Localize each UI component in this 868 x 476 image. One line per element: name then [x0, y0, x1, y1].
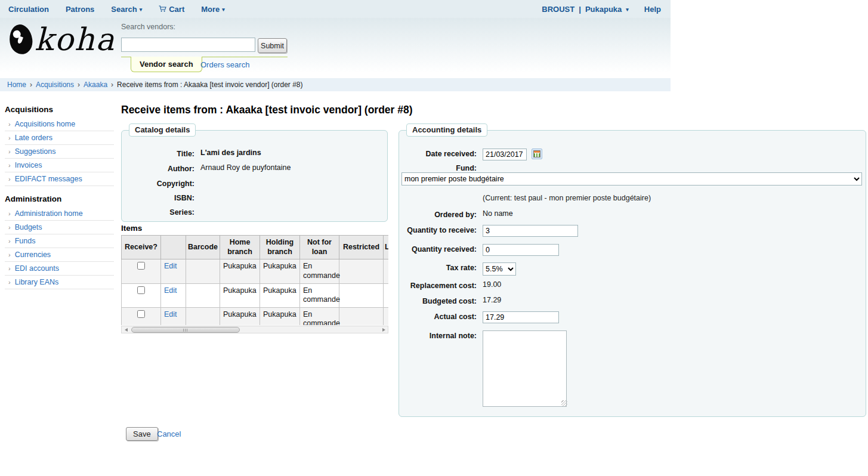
nav-circulation[interactable]: Circulation	[8, 5, 49, 14]
sidebar-link: Library EANs	[15, 278, 59, 286]
arrow-right-icon: ›	[8, 265, 11, 272]
breadcrumb-separator-icon: ›	[30, 81, 32, 89]
tab-orders-search[interactable]: Orders search	[200, 60, 249, 69]
not-for-loan-cell: En commande	[300, 283, 339, 307]
internal-note-label: Internal note:	[399, 330, 477, 340]
accounting-details-fieldset: Accounting details Date received: Fund: …	[399, 130, 866, 417]
items-section-heading: Items	[121, 224, 142, 233]
sidebar-link: Suggestions	[15, 147, 56, 156]
edit-item-link[interactable]: Edit	[164, 262, 177, 270]
arrow-right-icon: ›	[8, 210, 11, 217]
budgeted-cost-label: Budgeted cost:	[399, 296, 477, 305]
holding-branch-cell: Pukapuka	[260, 283, 300, 307]
barcode-cell	[186, 283, 220, 307]
col-location: L	[384, 236, 389, 259]
save-button[interactable]: Save	[126, 427, 158, 441]
sidebar-heading-acquisitions: Acquisitions	[5, 105, 114, 114]
fund-current-spacer	[399, 194, 477, 195]
catalog-details-fieldset: Catalog details Title:L'ami des jardins …	[121, 130, 388, 222]
cancel-link[interactable]: Cancel	[157, 429, 181, 438]
top-nav-right: BROUST | Pukapuka ▾ Help	[542, 5, 661, 14]
quantity-to-receive-input[interactable]	[483, 225, 578, 237]
col-not-for-loan: Not for loan	[300, 236, 339, 259]
nav-patrons[interactable]: Patrons	[66, 5, 94, 14]
breadcrumb-acquisitions[interactable]: Acquisitions	[36, 81, 74, 89]
fund-select[interactable]: mon premier poste budgétaire	[401, 172, 862, 186]
receive-checkbox[interactable]	[137, 310, 145, 318]
scrollbar-thumb[interactable]	[131, 327, 240, 333]
breadcrumb-home[interactable]: Home	[7, 81, 26, 89]
sidebar-item-funds[interactable]: ›Funds	[5, 234, 114, 248]
scroll-right-arrow-icon[interactable]	[379, 326, 388, 333]
restricted-cell	[339, 259, 384, 283]
breadcrumb-separator-icon: ›	[111, 81, 113, 89]
textarea-resize-grip-icon[interactable]	[561, 400, 567, 406]
quantity-received-input[interactable]	[483, 244, 559, 256]
submit-button[interactable]: Submit	[258, 38, 287, 53]
tab-vendor-search[interactable]: Vendor search	[131, 57, 202, 72]
edit-item-link[interactable]: Edit	[164, 310, 177, 319]
sidebar-link: EDIFACT messages	[15, 175, 82, 183]
horizontal-scrollbar[interactable]	[121, 326, 388, 333]
sidebar-item-edi-accounts[interactable]: ›EDI accounts	[5, 262, 114, 276]
page-title: Receive items from : Akaaka [test invoic…	[121, 104, 413, 116]
sidebar-item-acquisitions-home[interactable]: ›Acquisitions home	[5, 118, 114, 131]
location-cell	[384, 283, 389, 307]
sidebar-item-late-orders[interactable]: ›Late orders	[5, 131, 114, 145]
breadcrumb-current: Receive items from : Akaaka [test invoic…	[117, 81, 302, 89]
nav-cart[interactable]: Cart	[159, 5, 184, 14]
fund-current-note: (Current: test paul - mon premier poste …	[483, 194, 651, 202]
receive-checkbox[interactable]	[137, 286, 145, 294]
sidebar: Acquisitions ›Acquisitions home ›Late or…	[5, 103, 114, 289]
internal-note-textarea[interactable]	[483, 330, 567, 407]
search-vendors-label: Search vendors:	[121, 23, 175, 31]
tax-rate-select[interactable]: 5.5%	[483, 262, 516, 276]
nav-more-menu[interactable]: More▾	[201, 5, 225, 14]
date-received-label: Date received:	[399, 149, 477, 158]
calendar-icon[interactable]	[532, 149, 542, 159]
nav-search-menu[interactable]: Search▾	[111, 5, 142, 14]
breadcrumb: Home › Acquisitions › Akaaka › Receive i…	[0, 78, 671, 91]
quantity-to-receive-label: Quantity to receive:	[399, 225, 477, 234]
koha-logo-text: koha	[35, 24, 115, 55]
koha-logo[interactable]: koha	[10, 24, 115, 55]
tax-rate-label: Tax rate:	[399, 262, 477, 272]
replacement-cost-label: Replacement cost:	[399, 280, 477, 290]
sidebar-item-library-eans[interactable]: ›Library EANs	[5, 276, 114, 289]
logged-in-user[interactable]: BROUST | Pukapuka ▾	[542, 5, 628, 14]
date-received-input[interactable]	[483, 149, 527, 160]
sidebar-item-suggestions[interactable]: ›Suggestions	[5, 145, 114, 159]
ordered-by-value: No name	[483, 209, 513, 218]
actual-cost-input[interactable]	[483, 311, 559, 323]
arrow-right-icon: ›	[8, 251, 11, 258]
sidebar-item-edifact-messages[interactable]: ›EDIFACT messages	[5, 172, 114, 186]
sidebar-item-currencies[interactable]: ›Currencies	[5, 248, 114, 262]
copyright-label: Copyright:	[122, 178, 194, 188]
sidebar-link: Late orders	[15, 134, 52, 142]
chevron-down-icon: ▾	[140, 7, 143, 13]
sidebar-link: Funds	[15, 237, 36, 245]
library-name: Pukapuka	[585, 5, 622, 14]
title-label: Title:	[122, 149, 194, 158]
isbn-label: ISBN:	[122, 193, 194, 202]
sidebar-item-budgets[interactable]: ›Budgets	[5, 221, 114, 234]
nav-help[interactable]: Help	[644, 5, 661, 14]
arrow-right-icon: ›	[8, 134, 11, 141]
vendor-search-input[interactable]	[121, 38, 255, 52]
col-holding-branch: Holding branch	[260, 236, 300, 259]
breadcrumb-vendor[interactable]: Akaaka	[84, 81, 107, 89]
restricted-cell	[339, 307, 384, 325]
actual-cost-label: Actual cost:	[399, 311, 477, 321]
fund-label: Fund:	[399, 163, 477, 172]
top-nav-left: Circulation Patrons Search▾ Cart More▾	[8, 5, 225, 14]
sidebar-item-administration-home[interactable]: ›Administration home	[5, 207, 114, 221]
edit-item-link[interactable]: Edit	[164, 286, 177, 295]
arrow-right-icon: ›	[8, 162, 11, 169]
sidebar-item-invoices[interactable]: ›Invoices	[5, 159, 114, 172]
receive-checkbox[interactable]	[137, 262, 145, 270]
nav-more-label: More	[201, 5, 220, 14]
arrow-right-icon: ›	[8, 237, 11, 245]
scroll-left-arrow-icon[interactable]	[122, 326, 130, 333]
items-table: Receive? Barcode Home branch Holding bra…	[121, 235, 388, 325]
sidebar-link: EDI accounts	[15, 264, 59, 273]
